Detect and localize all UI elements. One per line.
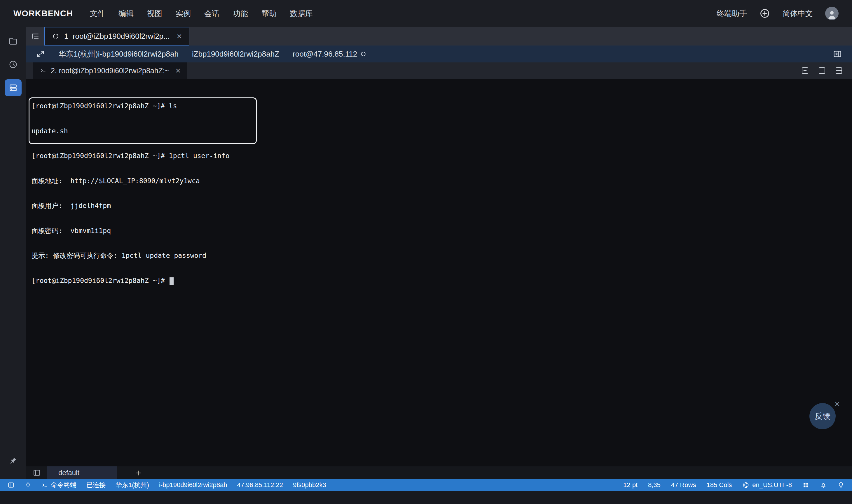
bell-icon[interactable] xyxy=(820,482,827,488)
menu-file[interactable]: 文件 xyxy=(88,5,107,22)
terminal-mode-label: 命令终端 xyxy=(51,481,76,489)
terminal-screen[interactable]: [root@iZbp190d9i60l2rwi2p8ahZ ~]# ls upd… xyxy=(26,79,852,466)
folder-icon xyxy=(8,36,18,46)
split-horizontal-icon[interactable] xyxy=(834,66,843,75)
history-sidebar-button[interactable] xyxy=(5,56,22,73)
statusbar-session-id: 9fs0pbb2k3 xyxy=(293,481,326,489)
terminal-prompt-icon xyxy=(41,482,48,488)
activity-sidebar xyxy=(0,27,26,479)
main-menus: 文件 编辑 视图 实例 会话 功能 帮助 数据库 xyxy=(88,5,315,22)
bottom-tab-default[interactable]: default xyxy=(47,466,117,479)
language-selector[interactable]: 简体中文 xyxy=(783,8,813,19)
panel-layout-icon[interactable] xyxy=(7,482,15,488)
topbar-right-group: 终端助手 简体中文 xyxy=(716,7,838,20)
split-vertical-icon[interactable] xyxy=(818,66,826,75)
lightbulb-icon[interactable] xyxy=(837,482,845,488)
terminal-prompt-icon xyxy=(40,67,47,74)
files-sidebar-button[interactable] xyxy=(5,33,22,50)
terminal-tab[interactable]: 2. root@iZbp190d9i60l2rwi2p8ahZ:~ × xyxy=(33,62,187,79)
terminal-line: 面板用户: jjdelh4fpm xyxy=(32,201,852,210)
terminal-prompt-line: [root@iZbp190d9i60l2rwi2p8ahZ ~]# xyxy=(32,276,852,285)
terminal-line: 面板地址: http://$LOCAL_IP:8090/mlvt2y1wca xyxy=(32,177,852,185)
bottom-tabstrip: default + xyxy=(26,466,852,479)
terminal-line: 提示: 修改密码可执行命令: 1pctl update password xyxy=(32,251,852,260)
terminal-assistant-button[interactable]: 终端助手 xyxy=(716,8,747,19)
statusbar-cols: 185 Cols xyxy=(706,481,732,489)
statusbar-right-group: 12 pt 8,35 47 Rows 185 Cols en_US.UTF-8 xyxy=(623,481,845,489)
remote-session-icon xyxy=(360,51,367,57)
server-list-icon xyxy=(8,83,18,92)
status-bar: 命令终端 已连接 华东1(杭州) i-bp190d9i60l2rwi2p8ah … xyxy=(0,479,852,491)
feedback-button[interactable]: 反馈 xyxy=(810,403,836,429)
add-circle-icon[interactable] xyxy=(759,8,770,19)
menu-edit[interactable]: 编辑 xyxy=(117,5,136,22)
connection-instance: 华东1(杭州)i-bp190d9i60l2rwi2p8ah xyxy=(58,49,179,59)
statusbar-font-size[interactable]: 12 pt xyxy=(623,481,638,489)
terminal-pane-actions xyxy=(801,62,852,79)
session-tabstrip: 1_root@iZbp190d9i60l2rwi2p... × xyxy=(26,27,852,46)
terminal-tab-label: 2. root@iZbp190d9i60l2rwi2p8ahZ:~ xyxy=(51,67,169,75)
menu-help[interactable]: 帮助 xyxy=(260,5,278,22)
connection-status: 已连接 xyxy=(86,481,106,489)
statusbar-region: 华东1(杭州) xyxy=(116,481,149,489)
statusbar-address: 47.96.85.112:22 xyxy=(237,481,283,489)
new-terminal-tab-button[interactable]: + xyxy=(132,466,145,479)
statusbar-terminal-mode[interactable]: 命令终端 xyxy=(41,481,76,489)
menu-instance[interactable]: 实例 xyxy=(174,5,193,22)
menu-session[interactable]: 会话 xyxy=(202,5,221,22)
close-icon[interactable]: × xyxy=(177,32,182,40)
session-list-toggle-button[interactable] xyxy=(26,27,45,46)
encoding-label: en_US.UTF-8 xyxy=(752,481,792,489)
menu-database[interactable]: 数据库 xyxy=(288,5,315,22)
globe-icon xyxy=(742,482,749,488)
menu-view[interactable]: 视图 xyxy=(145,5,164,22)
plug-icon[interactable] xyxy=(24,482,32,488)
panel-terminal-icon[interactable] xyxy=(26,466,47,479)
statusbar-rows: 47 Rows xyxy=(671,481,696,489)
new-pane-icon[interactable] xyxy=(801,66,810,75)
close-icon[interactable]: × xyxy=(176,66,181,75)
connection-login: root@47.96.85.112 xyxy=(292,50,357,59)
app-brand: WORKBENCH xyxy=(14,9,73,18)
grid-keypad-icon[interactable] xyxy=(802,482,810,488)
connection-hostname: iZbp190d9i60l2rwi2p8ahZ xyxy=(192,50,279,59)
menu-feature[interactable]: 功能 xyxy=(231,5,250,22)
terminal-line: [root@iZbp190d9i60l2rwi2p8ahZ ~]# 1pctl … xyxy=(32,152,852,160)
statusbar-cursor-position: 8,35 xyxy=(648,481,661,489)
terminal-line: update.sh xyxy=(32,127,852,135)
remote-session-icon xyxy=(52,32,59,40)
top-menu-bar: WORKBENCH 文件 编辑 视图 实例 会话 功能 帮助 数据库 终端助手 … xyxy=(0,0,852,27)
tree-outline-icon xyxy=(31,32,40,40)
connection-bar: 华东1(杭州)i-bp190d9i60l2rwi2p8ah iZbp190d9i… xyxy=(26,46,852,62)
avatar[interactable] xyxy=(825,7,838,20)
terminal-prompt: [root@iZbp190d9i60l2rwi2p8ahZ ~]# xyxy=(32,277,169,284)
pin-sidebar-button[interactable] xyxy=(5,452,22,469)
collapse-expand-icon[interactable] xyxy=(36,50,45,58)
main-body: 1_root@iZbp190d9i60l2rwi2p... × 华东1(杭州)i… xyxy=(0,27,852,479)
pin-icon xyxy=(9,456,18,465)
bottom-tab-label: default xyxy=(58,469,79,477)
content-area: 1_root@iZbp190d9i60l2rwi2p... × 华东1(杭州)i… xyxy=(26,27,852,479)
history-icon xyxy=(8,60,18,69)
session-tab-label: 1_root@iZbp190d9i60l2rwi2p... xyxy=(64,32,170,41)
connection-login-group: root@47.96.85.112 xyxy=(292,50,367,59)
terminal-line: 面板密码: vbmvm1i1pq xyxy=(32,227,852,235)
session-tab[interactable]: 1_root@iZbp190d9i60l2rwi2p... × xyxy=(45,27,189,46)
sessions-sidebar-button[interactable] xyxy=(5,79,22,96)
statusbar-instance-id: i-bp190d9i60l2rwi2p8ah xyxy=(159,481,227,489)
statusbar-encoding[interactable]: en_US.UTF-8 xyxy=(742,481,792,489)
terminal-tabstrip: 2. root@iZbp190d9i60l2rwi2p8ahZ:~ × xyxy=(26,62,852,79)
terminal-cursor xyxy=(170,277,174,285)
feedback-close-icon[interactable]: × xyxy=(834,400,840,408)
toggle-side-panel-icon[interactable] xyxy=(833,49,842,59)
terminal-line: [root@iZbp190d9i60l2rwi2p8ahZ ~]# ls xyxy=(32,102,852,110)
